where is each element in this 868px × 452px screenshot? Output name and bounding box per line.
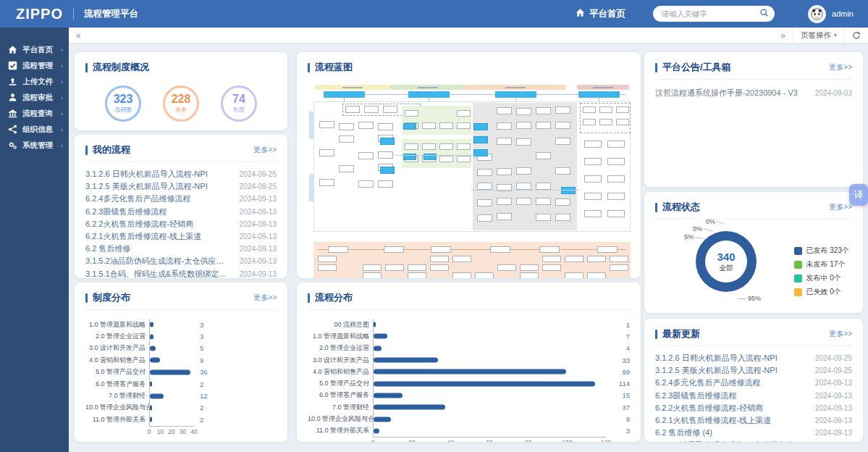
blueprint-shape — [380, 167, 395, 174]
divider — [308, 309, 630, 310]
blueprint-shape — [584, 158, 602, 165]
list-item[interactable]: 3.1.5.1合码、报码生成&系统数据绑定流程... 2024-09-13 — [85, 268, 277, 279]
chevron-right-icon: › — [61, 78, 63, 85]
list-item[interactable]: 6.2.4多元化售后产品维修流程 2024-09-13 — [85, 193, 277, 205]
donut-center: 340 全部 — [705, 240, 747, 282]
top-header: ZIPPO 流程管理平台 平台首页 admin — [0, 0, 868, 28]
blueprint-shape — [339, 135, 354, 143]
status-donut-chart[interactable]: 340 全部 — [696, 231, 757, 292]
process-name: 6.2.2火机售后维修流程-经销商 — [85, 219, 233, 230]
sidebar-item-upload-file[interactable]: 上传文件 › — [0, 74, 69, 89]
process-date: 2024-09-25 — [809, 367, 852, 374]
blueprint-shape — [318, 264, 337, 271]
expand-tabs-icon[interactable]: » — [773, 28, 793, 43]
list-item[interactable]: 3.1.2.5 美版火机新品导入流程-NPI 2024-09-25 — [85, 180, 277, 193]
title-accent — [85, 63, 88, 72]
more-link[interactable]: 更多>> — [253, 145, 277, 155]
blueprint-shape — [536, 214, 551, 221]
blueprint-shape — [536, 198, 551, 205]
sidebar-item-org-info[interactable]: 组织信息 › — [0, 122, 69, 137]
list-item[interactable]: 6.2.2火机售后维修流程-经销商 2024-09-13 — [85, 218, 277, 230]
process-date: 2024-09-13 — [233, 195, 277, 203]
header-search[interactable] — [653, 6, 775, 22]
nav-home[interactable]: 平台首页 — [576, 8, 625, 20]
stat-circle[interactable]: 228 表单 — [163, 85, 199, 122]
blueprint-shape — [542, 264, 561, 271]
process-date: 2024-09-13 — [809, 404, 852, 412]
blueprint-shape — [610, 256, 628, 262]
list-item[interactable]: 汉哲流程通系统操作手册-20230904 - V3 2024-09-03 — [655, 85, 852, 100]
blueprint-shape — [555, 167, 570, 175]
blueprint-shape — [408, 264, 426, 271]
search-icon[interactable] — [759, 7, 769, 20]
list-item[interactable]: 6.2.1火机售后维修流程-线上渠道 2024-09-13 — [85, 230, 277, 243]
chart-x-axis: 010203040 — [149, 426, 194, 436]
blueprint-shape — [497, 213, 512, 220]
list-item[interactable]: 6.2.3眼镜售后维修流程 2024-09-13 — [655, 390, 852, 402]
avatar[interactable] — [808, 5, 826, 23]
more-link[interactable]: 更多>> — [829, 329, 852, 339]
refresh-icon[interactable] — [845, 31, 868, 40]
blueprint-shape — [378, 151, 393, 159]
blueprint-shape — [584, 141, 602, 148]
list-item[interactable]: 6.2.2火机售后维修流程-经销商 2024-09-13 — [655, 402, 852, 414]
sidebar-item-platform-home[interactable]: 平台首页 › — [0, 42, 69, 57]
more-link[interactable]: 更多>> — [829, 62, 852, 72]
blueprint-shape — [599, 119, 612, 125]
more-link[interactable]: 更多>> — [829, 202, 852, 212]
list-item[interactable]: 3.1.2.6 日韩火机新品导入流程-NPI 2024-09-25 — [655, 352, 852, 364]
process-date: 2024-09-13 — [809, 417, 852, 424]
blueprint-shape — [565, 272, 583, 278]
sidebar-item-process-mgmt[interactable]: 流程管理 › — [0, 58, 69, 73]
list-item[interactable]: 3.1.2.6 日韩火机新品导入流程-NPI 2024-09-25 — [85, 168, 277, 180]
blueprint-shape — [616, 106, 629, 113]
collapse-sidebar-icon[interactable]: « — [69, 28, 88, 43]
stat-circle[interactable]: 74 制度 — [221, 85, 257, 122]
donut-total-label: 全部 — [720, 264, 733, 273]
list-item[interactable]: 3.1.2.5 美版火机新品导入流程-NPI 2024-09-25 — [655, 364, 852, 377]
chart-row: 5.0 管理产品交付36 — [85, 367, 277, 378]
blueprint-shape — [516, 122, 531, 129]
chevron-right-icon: › — [61, 110, 63, 117]
blueprint-shape — [319, 149, 334, 156]
username[interactable]: admin — [832, 9, 854, 18]
list-item[interactable]: 6.2 售后维修 (4) 2024-09-13 — [655, 427, 852, 439]
blueprint-shape — [497, 168, 512, 175]
process-date: 2024-09-13 — [233, 257, 277, 265]
sidebar-item-system-mgmt[interactable]: 系统管理 › — [0, 138, 69, 153]
blueprint-shape — [583, 119, 596, 125]
phase-band-text — [418, 87, 438, 88]
card-title: 流程制度概况 — [93, 61, 149, 74]
stat-circle[interactable]: 323 流程图 — [105, 85, 141, 122]
process-status-card: 流程状态 更多>> 340 全部 0% 0% 5% 95% — [644, 192, 863, 313]
list-item[interactable]: 6.2.4多元化售后产品维修流程 2024-09-13 — [655, 377, 852, 389]
list-item[interactable]: 3.1.5.2油品防伪码生成流程-太仓供应中心采购 2024-09-13 — [655, 439, 852, 442]
list-item[interactable]: 6.2 售后维修 2024-09-13 — [85, 243, 277, 255]
blueprint-shape — [339, 165, 354, 172]
blueprint-shape — [439, 122, 453, 129]
blueprint-shape — [457, 122, 471, 129]
more-link[interactable]: 更多>> — [253, 293, 277, 303]
title-accent — [655, 63, 657, 72]
list-item[interactable]: 6.2.1火机售后维修流程-线上渠道 2024-09-13 — [655, 414, 852, 427]
translate-badge[interactable]: 译 — [849, 184, 868, 206]
sidebar-item-process-approval[interactable]: 流程审批 › — [0, 90, 69, 105]
search-input[interactable] — [662, 9, 759, 18]
blueprint-shape — [536, 107, 551, 114]
pct-callout: 5% — [684, 233, 694, 240]
blueprint-shape — [497, 198, 512, 205]
blueprint-shape — [457, 110, 471, 117]
sidebar-item-label: 流程管理 — [22, 61, 53, 71]
list-item[interactable]: 6.2.3眼镜售后维修流程 2024-09-13 — [85, 206, 277, 218]
chart-x-axis: 020406080100120 — [373, 437, 606, 442]
leader-line — [738, 298, 746, 299]
process-date: 2024-09-25 — [809, 354, 852, 362]
list-item[interactable]: 3.1.5.2油品防伪码生成流程-太仓供应中心采购 2024-09-13 — [85, 255, 277, 267]
check-square-icon — [8, 61, 17, 70]
process-date: 2024-09-13 — [233, 233, 277, 240]
sidebar-item-label: 上传文件 — [22, 77, 53, 87]
blueprint-canvas[interactable] — [308, 81, 633, 278]
sidebar-item-process-query[interactable]: 流程查询 › — [0, 106, 69, 121]
tab-operations-dropdown[interactable]: 页签操作 ▾ — [793, 30, 844, 41]
swimlane-tab — [309, 174, 313, 201]
